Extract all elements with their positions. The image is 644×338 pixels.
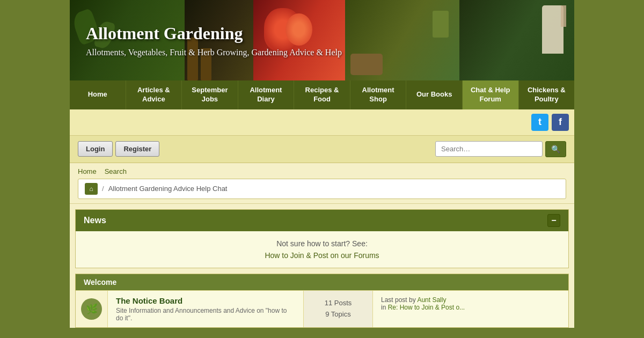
login-bar: Login Register 🔍 bbox=[70, 136, 574, 163]
nav-forum[interactable]: Chat & Help Forum bbox=[463, 80, 519, 109]
welcome-section: Welcome 🌿 The Notice Board Site Informat… bbox=[75, 274, 569, 328]
breadcrumb-separator: / bbox=[102, 185, 104, 193]
breadcrumb-top: Home Search bbox=[78, 167, 566, 175]
social-bar: t f bbox=[70, 109, 574, 136]
facebook-icon[interactable]: f bbox=[552, 114, 569, 131]
last-post-in: in bbox=[381, 304, 386, 311]
last-post-by: by bbox=[409, 296, 416, 304]
forum-description: Site Information and Announcements and A… bbox=[116, 307, 295, 322]
welcome-header: Welcome bbox=[76, 274, 568, 290]
breadcrumb-home-icon[interactable]: ⌂ bbox=[85, 183, 98, 195]
forum-info-cell: The Notice Board Site Information and An… bbox=[108, 291, 303, 327]
nav-september[interactable]: September Jobs bbox=[182, 80, 238, 109]
last-post-author-link[interactable]: Aunt Sally bbox=[417, 296, 446, 304]
register-button[interactable]: Register bbox=[115, 141, 159, 157]
last-post-label: Last post bbox=[381, 296, 407, 304]
news-section: News − Not sure how to start? See: How t… bbox=[75, 209, 569, 268]
breadcrumb-area: Home Search ⌂ / Allotment Gardening Advi… bbox=[70, 163, 574, 204]
forum-posts-count: 11 Posts bbox=[325, 298, 352, 309]
search-input[interactable] bbox=[435, 141, 543, 157]
forum-lastpost-cell: Last post by Aunt Sally in Re: How to Jo… bbox=[373, 291, 568, 327]
news-toggle-button[interactable]: − bbox=[547, 214, 560, 227]
nav-articles[interactable]: Articles & Advice bbox=[126, 80, 182, 109]
nav-shop[interactable]: Allotment Shop bbox=[350, 80, 407, 109]
breadcrumb-search-link[interactable]: Search bbox=[105, 167, 127, 175]
forum-icon: 🌿 bbox=[81, 298, 102, 320]
forum-stats-cell: 11 Posts 9 Topics bbox=[303, 291, 373, 327]
welcome-title: Welcome bbox=[84, 278, 116, 286]
news-header: News − bbox=[76, 210, 568, 231]
nav-home[interactable]: Home bbox=[70, 80, 126, 109]
site-subtitle: Allotments, Vegetables, Fruit & Herb Gro… bbox=[86, 48, 574, 57]
nav-chickens[interactable]: Chickens & Poultry bbox=[519, 80, 575, 109]
search-area: 🔍 bbox=[435, 141, 566, 157]
forum-row: 🌿 The Notice Board Site Information and … bbox=[76, 290, 568, 327]
header-banner: Allotment Gardening Allotments, Vegetabl… bbox=[70, 0, 574, 80]
header-text-overlay: Allotment Gardening Allotments, Vegetabl… bbox=[70, 0, 574, 80]
nav-recipes[interactable]: Recipes & Food bbox=[294, 80, 350, 109]
forum-topics-count: 9 Topics bbox=[325, 309, 350, 320]
forum-title-link[interactable]: The Notice Board bbox=[116, 296, 182, 305]
main-content: News − Not sure how to start? See: How t… bbox=[70, 209, 574, 328]
last-post-thread-link[interactable]: Re: How to Join & Post o... bbox=[388, 304, 465, 311]
breadcrumb-path: ⌂ / Allotment Gardening Advice Help Chat bbox=[78, 179, 566, 199]
forum-icon-cell: 🌿 bbox=[76, 291, 108, 327]
site-title: Allotment Gardening bbox=[86, 24, 574, 43]
twitter-icon[interactable]: t bbox=[531, 114, 548, 131]
breadcrumb-current: Allotment Gardening Advice Help Chat bbox=[108, 185, 228, 193]
nav-bar: Home Articles & Advice September Jobs Al… bbox=[70, 80, 574, 109]
news-body: Not sure how to start? See: How to Join … bbox=[76, 231, 568, 268]
login-buttons-group: Login Register bbox=[78, 141, 159, 157]
news-title: News bbox=[84, 216, 106, 225]
news-intro-text: Not sure how to start? See: bbox=[84, 239, 560, 248]
page-wrapper: Allotment Gardening Allotments, Vegetabl… bbox=[70, 0, 574, 328]
nav-diary[interactable]: Allotment Diary bbox=[238, 80, 295, 109]
breadcrumb-home-link[interactable]: Home bbox=[78, 167, 97, 175]
nav-books[interactable]: Our Books bbox=[406, 80, 463, 109]
search-button[interactable]: 🔍 bbox=[545, 141, 566, 157]
login-button[interactable]: Login bbox=[78, 141, 113, 157]
news-forum-link[interactable]: How to Join & Post on our Forums bbox=[265, 251, 379, 260]
